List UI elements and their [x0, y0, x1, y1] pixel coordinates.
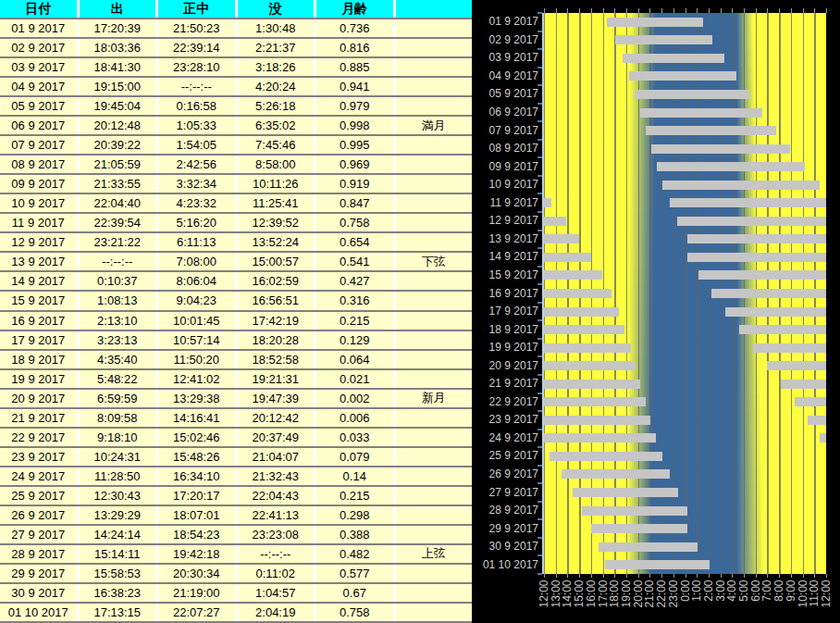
rise-cell: 2:13:10 [80, 312, 159, 330]
age-cell: 0.995 [316, 136, 396, 154]
date-cell: 14 9 2017 [0, 272, 80, 290]
hour-tick-bottom [649, 574, 650, 578]
phase-cell [396, 272, 473, 290]
phase-cell [396, 331, 473, 349]
moon-up-bar [651, 144, 791, 154]
phase-cell [396, 233, 473, 251]
set-cell: 19:21:31 [238, 370, 317, 388]
age-cell: 0.736 [316, 19, 396, 37]
phase-cell [396, 97, 473, 115]
moon-up-bar [670, 198, 826, 207]
date-cell: 10 9 2017 [0, 194, 80, 212]
row-tick [537, 211, 542, 213]
phase-cell [396, 194, 473, 212]
phase-cell [396, 214, 473, 231]
date-axis-label: 06 9 2017 [474, 106, 538, 118]
table-row: 19 9 20175:48:2212:41:0219:21:310.021 [0, 370, 472, 390]
transit-cell: 19:42:18 [158, 545, 238, 563]
hour-tick-bottom [721, 574, 722, 578]
age-cell: 0.298 [316, 506, 396, 524]
table-row: 15 9 20171:08:139:04:2316:56:510.316 [0, 292, 472, 311]
hour-tick-bottom [638, 574, 639, 578]
age-cell: 0.885 [316, 58, 396, 76]
date-cell: 22 9 2017 [0, 429, 80, 446]
moon-up-bar [615, 35, 712, 44]
set-cell: 22:41:13 [238, 506, 317, 524]
date-axis-label: 22 9 2017 [474, 396, 538, 408]
transit-cell: 17:20:17 [158, 487, 238, 505]
age-cell: 0.979 [316, 97, 396, 115]
rise-cell: 20:39:22 [80, 136, 159, 154]
moon-up-bar [544, 397, 646, 406]
date-axis-label: 20 9 2017 [474, 360, 538, 372]
moon-up-bar [544, 416, 650, 425]
rise-cell: 1:08:13 [80, 292, 159, 309]
row-tick [537, 518, 542, 520]
hour-tick-bottom [744, 574, 745, 578]
age-cell: 0.67 [316, 584, 396, 602]
row-tick [537, 67, 542, 69]
row-tick [537, 374, 542, 376]
row-tick [537, 573, 542, 575]
time-axis-label: 23:00 [667, 580, 679, 621]
moon-up-bar [629, 71, 736, 81]
transit-cell: 3:32:34 [158, 175, 238, 193]
set-cell: 5:26:18 [238, 97, 317, 115]
moon-up-bar [725, 307, 826, 317]
transit-cell: 15:48:26 [158, 448, 238, 466]
moon-up-bar [591, 524, 687, 533]
row-tick [537, 338, 542, 340]
moon-up-bar [544, 289, 611, 298]
date-cell: 18 9 2017 [0, 351, 80, 368]
row-tick [537, 554, 542, 556]
time-axis-label: 9:00 [784, 580, 797, 621]
date-axis-label: 21 9 2017 [474, 378, 538, 390]
date-axis-label: 02 9 2017 [474, 34, 538, 46]
transit-cell: 0:16:58 [158, 97, 238, 115]
moon-up-bar [781, 380, 826, 389]
date-cell: 07 9 2017 [0, 136, 80, 154]
time-axis-label: 6:00 [749, 580, 761, 621]
date-cell: 26 9 2017 [0, 506, 80, 524]
set-cell: 1:04:57 [238, 584, 317, 602]
age-cell: 0.758 [316, 604, 396, 621]
date-axis-label: 14 9 2017 [474, 251, 538, 263]
moon-up-bar [687, 234, 826, 243]
hour-tick-bottom [779, 574, 780, 578]
set-cell: 2:04:19 [238, 604, 317, 621]
table-row: 21 9 20178:09:5814:16:4120:12:420.006 [0, 409, 472, 429]
phase-cell [396, 565, 473, 582]
set-cell: 11:25:41 [238, 194, 317, 212]
date-axis-label: 13 9 2017 [474, 233, 538, 245]
age-cell: 0.215 [316, 487, 396, 505]
transit-cell: 4:23:32 [158, 194, 238, 212]
moon-up-bar [677, 217, 826, 226]
date-cell: 11 9 2017 [0, 214, 80, 231]
hour-tick-bottom [567, 574, 568, 578]
time-axis-label: 19:00 [620, 580, 632, 621]
transit-cell: 11:50:20 [158, 351, 238, 368]
date-axis-label: 25 9 2017 [474, 450, 538, 462]
table-row: 25 9 201712:30:4317:20:1722:04:430.215 [0, 487, 472, 506]
date-cell: 08 9 2017 [0, 156, 80, 173]
moon-up-bar [599, 542, 698, 552]
date-cell: 17 9 2017 [0, 331, 80, 349]
moon-up-bar [544, 433, 656, 442]
moon-up-bar [662, 181, 820, 190]
date-cell: 19 9 2017 [0, 370, 80, 388]
date-cell: 02 9 2017 [0, 39, 80, 56]
time-axis-label: 2:00 [702, 580, 714, 621]
moon-up-bar [544, 253, 591, 262]
set-cell: 18:52:58 [238, 351, 317, 368]
chart-plot-area [544, 13, 826, 574]
age-cell: 0.969 [316, 156, 396, 173]
age-cell: 0.002 [316, 390, 396, 407]
row-tick [537, 139, 542, 141]
moon-up-bar [544, 198, 551, 207]
rise-cell: 19:45:04 [80, 97, 159, 115]
rise-cell: 21:33:55 [80, 175, 159, 193]
age-cell: 0.129 [316, 331, 396, 349]
hour-tick-bottom [803, 574, 804, 578]
time-axis-label: 16:00 [585, 580, 597, 621]
time-axis-label: 13:00 [550, 580, 562, 621]
